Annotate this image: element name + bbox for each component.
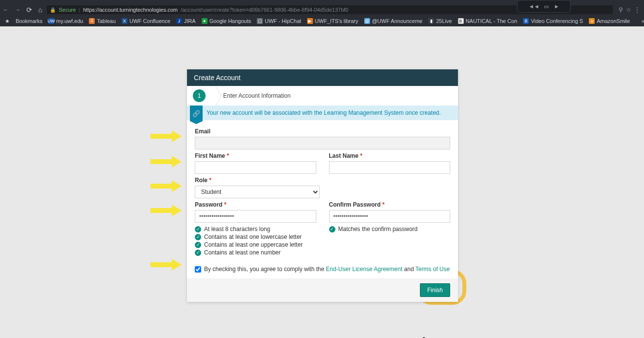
agree-checkbox[interactable] [195,266,201,273]
bookmark-item[interactable]: ▮25Live [428,18,452,24]
forward-button[interactable]: → [14,6,21,13]
role-label: Role * [195,177,450,184]
check-icon: ✓ [195,226,201,232]
url-path: /account/user/create?token=d06b7661-9806… [181,7,348,13]
card-footer: Finish [187,278,458,302]
annotation-arrow [150,260,185,270]
role-select[interactable]: Student [195,186,320,198]
agree-text: By checking this, you agree to comply wi… [204,266,450,273]
last-name-label: Last Name * [329,152,451,159]
bookmarks-star-icon: ★ [5,18,10,24]
bookmark-item[interactable]: BVideo Conferencing S [523,18,583,24]
bookmark-item[interactable]: XUWF Confluence [122,18,170,24]
info-banner: 🔗 Your new account will be associated wi… [187,106,458,120]
first-name-field[interactable] [195,161,316,174]
password-field[interactable] [195,210,316,223]
agree-row: By checking this, you agree to comply wi… [187,259,458,275]
annotation-arrow [150,157,185,167]
menu-icon[interactable]: ⋮ [634,6,640,13]
prev-track-icon[interactable]: ◄◄ [529,3,540,9]
media-control-widget[interactable]: ◄◄ ▭ ► [517,0,571,13]
password-label: Password * [195,201,316,208]
card-title: Create Account [187,69,458,86]
check-icon: ✓ [195,234,201,240]
password-rule: ✓Contains at least one number [195,249,316,256]
create-account-card: Create Account 1 Enter Account Informati… [187,69,458,302]
bookmarks-overflow[interactable]: » [642,18,644,24]
email-field[interactable] [195,137,450,149]
bookmark-item[interactable]: aAmazonSmile [589,18,630,24]
lock-icon: 🔒 [50,7,56,13]
bookmark-item[interactable]: 🗎NAUTICAL - The Con [458,18,518,24]
next-track-icon[interactable]: ► [554,3,559,9]
password-rule: ✓At least 8 characters long [195,226,316,232]
eula-link[interactable]: End-User License Agreement [326,266,402,273]
info-text: Your new account will be associated with… [207,109,441,116]
mouse-cursor-icon: ↖ [422,335,428,338]
back-button[interactable]: ← [2,6,10,13]
tou-link[interactable]: Terms of Use [415,266,450,273]
page-content: Create Account 1 Enter Account Informati… [0,26,644,338]
finish-button[interactable]: Finish [420,283,450,297]
check-icon: ✓ [195,250,201,256]
annotation-arrow [150,206,185,215]
first-name-label: First Name * [195,152,316,159]
annotation-arrow [150,131,185,141]
bookmark-item[interactable]: ▢UWF - HipChat [257,18,301,24]
bookmarks-bar: ★ Bookmarks UWmy.uwf.edu ⠿Tableau XUWF C… [0,16,644,26]
bookmarks-label: Bookmarks [16,18,42,24]
bookmark-item[interactable]: JJIRA [176,18,196,24]
step-badge: 1 [193,89,206,102]
bookmark-item[interactable]: ▶UWF_ITS's library [307,18,358,24]
password-rule: ✓Contains at least one lowercase letter [195,233,316,240]
reload-button[interactable]: ⟳ [25,6,33,14]
extensions-icon[interactable]: ⚲ [619,6,623,13]
step-label: Enter Account Information [223,92,291,99]
pause-icon[interactable]: ▭ [544,3,549,10]
bookmark-item[interactable]: @@UWF Announceme [364,18,423,24]
bookmark-item[interactable]: ●Google Hangouts [202,18,251,24]
email-label: Email [195,128,450,135]
confirm-rule: ✓Matches the confirm password [329,226,451,232]
confirm-password-field[interactable] [329,210,451,223]
bookmark-item[interactable]: ⠿Tableau [89,18,116,24]
bookmark-star-icon[interactable]: ☆ [626,6,631,13]
check-icon: ✓ [195,242,201,248]
secure-label: Secure [59,7,76,13]
url-host: https://account.turningtechnologies.com [83,7,178,13]
check-icon: ✓ [329,226,335,232]
last-name-field[interactable] [329,161,451,174]
annotation-arrow [150,181,185,191]
link-icon: 🔗 [190,106,203,121]
password-rule: ✓Contains at least one uppercase letter [195,241,316,248]
wizard-step-row: 1 Enter Account Information [187,86,458,106]
form-body: Email First Name * Last Name * Role * St… [187,120,458,259]
bookmark-item[interactable]: UWmy.uwf.edu [48,18,83,24]
confirm-password-label: Confirm Password * [329,201,451,208]
home-button[interactable]: ⌂ [37,6,43,14]
